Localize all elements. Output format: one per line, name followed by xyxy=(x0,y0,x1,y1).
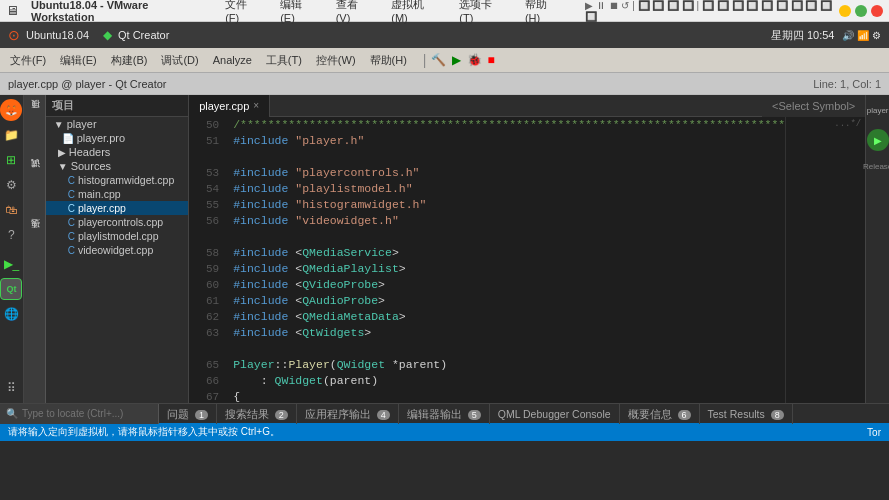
tree-item-main[interactable]: C main.cpp xyxy=(46,187,188,201)
tree-headers[interactable]: ▶ Headers xyxy=(46,145,188,159)
tree-item[interactable]: 📄 player.pro xyxy=(46,131,188,145)
line-numbers: 50 51 53 54 55 56 58 59 60 61 62 63 65 6… xyxy=(189,117,225,403)
qt-menu-tools[interactable]: 工具(T) xyxy=(260,51,308,70)
menu-edit[interactable]: 编辑(E) xyxy=(276,0,320,24)
tab-editor-output[interactable]: 编辑器输出 5 xyxy=(399,404,490,424)
qt-menu-help[interactable]: 帮助(H) xyxy=(364,51,413,70)
dock-software[interactable]: 🛍 xyxy=(0,199,22,221)
folder-icon: ▶ xyxy=(58,147,66,158)
menu-vm[interactable]: 虚拟机(M) xyxy=(387,0,443,24)
qt-stop-icon[interactable]: ■ xyxy=(486,53,497,67)
dock-settings[interactable]: ⚙ xyxy=(0,174,22,196)
close-btn[interactable] xyxy=(871,5,883,17)
search-bar: 🔍 xyxy=(0,404,159,424)
editor-output-badge: 5 xyxy=(468,410,481,420)
vmware-window-controls xyxy=(839,5,883,17)
fold-indicator: ...*/ xyxy=(834,119,861,129)
run-button[interactable]: ▶ xyxy=(867,129,889,151)
menu-view[interactable]: 查看(V) xyxy=(332,0,376,24)
ubuntu-dock: 🦊 📁 ⊞ ⚙ 🛍 ? ▶_ Qt 🌐 ⠿ xyxy=(0,95,24,403)
minimize-btn[interactable] xyxy=(839,5,851,17)
file-tree-panel: 项目 ▼ player 📄 player.pro ▶ Headers ▼ Sou… xyxy=(46,95,189,403)
test-results-badge: 8 xyxy=(771,410,784,420)
status-text: 请将输入定向到虚拟机，请将鼠标指针移入其中或按 Ctrl+G。 xyxy=(8,425,280,439)
tab-player-cpp[interactable]: player.cpp × xyxy=(189,95,270,117)
menu-file[interactable]: 文件(F) xyxy=(221,0,264,24)
vmware-menu-area: 🖥 Ubuntu18.04 - VMware Workstation 文件(F)… xyxy=(6,0,839,24)
loc-indicator: Line: 1, Col: 1 xyxy=(813,78,881,90)
cpp-file-icon: C xyxy=(68,175,75,186)
qt-menu-build[interactable]: 构建(B) xyxy=(105,51,154,70)
cpp-file-icon-6: C xyxy=(68,245,75,256)
file-title: player.cpp @ player - Qt Creator xyxy=(8,78,167,90)
problems-badge: 1 xyxy=(195,410,208,420)
tab-test-results[interactable]: Test Results 8 xyxy=(700,404,793,424)
dock-firefox[interactable]: 🦊 xyxy=(0,99,22,121)
qt-menu-debug[interactable]: 调试(D) xyxy=(155,51,204,70)
code-line-54: #include "playlistmodel.h" xyxy=(233,181,785,197)
tree-item-player[interactable]: C player.cpp xyxy=(46,201,188,215)
build-config-label: player xyxy=(867,99,889,121)
code-line-63: #include <QtWidgets> xyxy=(233,325,785,341)
tree-item-playlistmodel[interactable]: C playlistmodel.cpp xyxy=(46,229,188,243)
code-line-60: #include <QVideoProbe> xyxy=(233,277,785,293)
search-icon: 🔍 xyxy=(6,408,18,419)
tab-symbol[interactable]: <Select Symbol> xyxy=(762,95,865,117)
dock-terminal2[interactable]: ▶_ xyxy=(0,253,22,275)
qt-left-sidebar: 项目 调试 选项 xyxy=(24,95,46,403)
qt-run-icon[interactable]: ▶ xyxy=(450,53,463,67)
dock-qt[interactable]: Qt xyxy=(0,278,22,300)
sidebar-projects[interactable]: 项目 xyxy=(24,95,46,135)
tab-summary[interactable]: 概要信息 6 xyxy=(620,404,700,424)
qt-menu-controls[interactable]: 控件(W) xyxy=(310,51,362,70)
tab-problems[interactable]: 问题 1 xyxy=(159,404,217,424)
code-line-64 xyxy=(233,341,785,357)
code-line-59: #include <QMediaPlaylist> xyxy=(233,261,785,277)
sidebar-options[interactable]: 选项 xyxy=(24,215,46,255)
sidebar-debug[interactable]: 调试 xyxy=(24,155,46,195)
dock-terminal[interactable]: ⊞ xyxy=(0,149,22,171)
maximize-btn[interactable] xyxy=(855,5,867,17)
tab-app-output[interactable]: 应用程序输出 4 xyxy=(297,404,399,424)
editor-area: player.cpp × <Select Symbol> 50 51 53 54… xyxy=(189,95,865,403)
tab-qml-debugger[interactable]: QML Debugger Console xyxy=(490,404,620,424)
tree-item-videowidget[interactable]: C videowidget.cpp xyxy=(46,243,188,257)
qt-menu-file[interactable]: 文件(F) xyxy=(4,51,52,70)
menu-tabs[interactable]: 选项卡(T) xyxy=(455,0,509,24)
qt-build-icon[interactable]: 🔨 xyxy=(429,53,448,67)
code-line-58: #include <QMediaService> xyxy=(233,245,785,261)
qt-menu-analyze[interactable]: Analyze xyxy=(207,52,258,68)
tor-label: Tor xyxy=(867,427,881,438)
code-editor[interactable]: 50 51 53 54 55 56 58 59 60 61 62 63 65 6… xyxy=(189,117,865,403)
tab-search-results[interactable]: 搜索结果 2 xyxy=(217,404,297,424)
code-line-66: : QWidget(parent) xyxy=(233,373,785,389)
code-line-61: #include <QAudioProbe> xyxy=(233,293,785,309)
dock-chrome[interactable]: 🌐 xyxy=(0,303,22,325)
status-bar-right: Tor xyxy=(867,427,881,438)
main-content-area: 🦊 📁 ⊞ ⚙ 🛍 ? ▶_ Qt 🌐 ⠿ 项目 调试 选项 项目 ▼ pl xyxy=(0,95,889,403)
status-icons: 🔊 📶 ⚙ xyxy=(842,30,881,41)
tree-root[interactable]: ▼ player xyxy=(46,117,188,131)
vmware-title-bar: 🖥 Ubuntu18.04 - VMware Workstation 文件(F)… xyxy=(0,0,889,22)
ubuntu-bar: ⊙ Ubuntu18.04 ◆ Qt Creator 星期四 10:54 🔊 📶… xyxy=(0,22,889,48)
search-badge: 2 xyxy=(275,410,288,420)
tab-close[interactable]: × xyxy=(253,100,259,111)
tree-item-histogramwidget[interactable]: C histogramwidget.cpp xyxy=(46,173,188,187)
dock-apps[interactable]: ⠿ xyxy=(0,377,22,399)
tree-item-playercontrols[interactable]: C playercontrols.cpp xyxy=(46,215,188,229)
search-input[interactable] xyxy=(22,408,152,419)
dock-files[interactable]: 📁 xyxy=(0,124,22,146)
qt-creator-titlebar: player.cpp @ player - Qt Creator Line: 1… xyxy=(0,73,889,95)
code-line-57 xyxy=(233,229,785,245)
tree-sources[interactable]: ▼ Sources xyxy=(46,159,188,173)
cpp-file-icon-3: C xyxy=(68,203,75,214)
code-content[interactable]: /***************************************… xyxy=(225,117,785,403)
code-line-67: { xyxy=(233,389,785,403)
tab-label: player.cpp xyxy=(199,100,249,112)
qt-menu-edit[interactable]: 编辑(E) xyxy=(54,51,103,70)
dock-help[interactable]: ? xyxy=(0,224,22,246)
menu-help[interactable]: 帮助(H) xyxy=(521,0,565,24)
code-line-50: /***************************************… xyxy=(233,117,785,133)
cpp-file-icon-4: C xyxy=(68,217,75,228)
qt-debug-icon[interactable]: 🐞 xyxy=(465,53,484,67)
